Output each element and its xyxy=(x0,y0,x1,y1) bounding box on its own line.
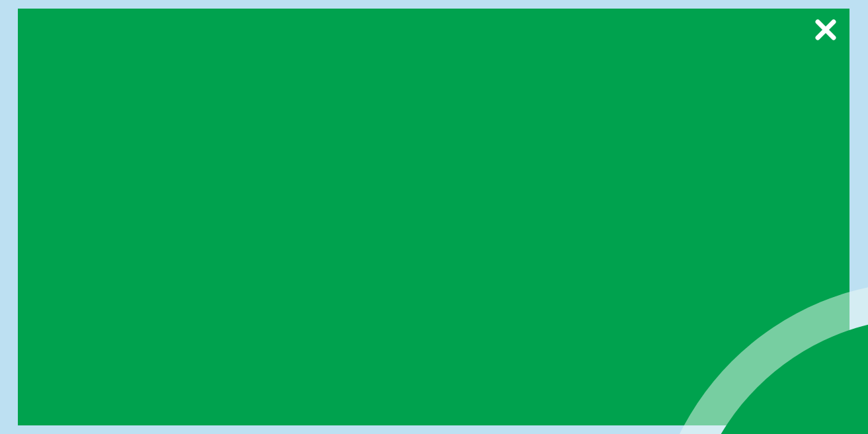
close-icon[interactable] xyxy=(812,17,839,43)
green-panel xyxy=(18,9,849,425)
slide-canvas xyxy=(0,0,868,434)
